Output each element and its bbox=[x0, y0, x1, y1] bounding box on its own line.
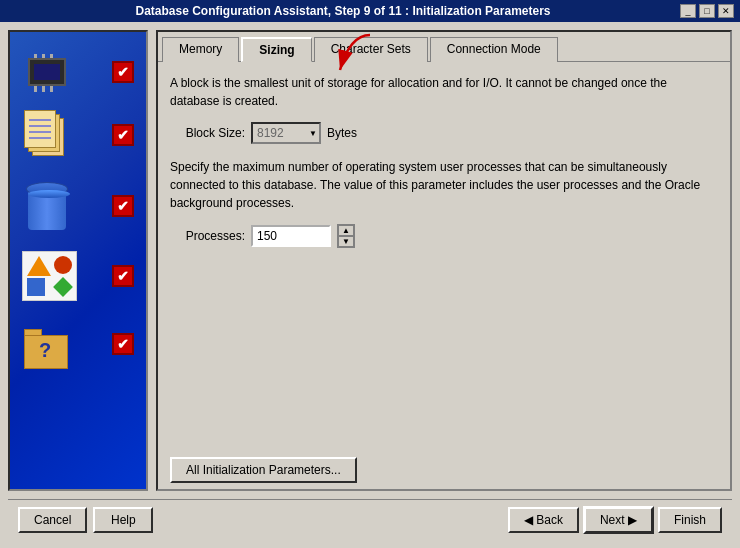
help-button[interactable]: Help bbox=[93, 507, 153, 533]
title-bar: Database Configuration Assistant, Step 9… bbox=[0, 0, 740, 22]
tab-character-sets[interactable]: Character Sets bbox=[314, 37, 428, 62]
next-button[interactable]: Next ▶ bbox=[583, 506, 654, 534]
tab-connection-mode[interactable]: Connection Mode bbox=[430, 37, 558, 62]
processes-row: Processes: ▲ ▼ bbox=[170, 224, 718, 248]
left-buttons: Cancel Help bbox=[18, 507, 153, 533]
processes-spinner[interactable]: ▲ ▼ bbox=[337, 224, 355, 248]
cancel-button[interactable]: Cancel bbox=[18, 507, 87, 533]
all-init-params-button[interactable]: All Initialization Parameters... bbox=[170, 457, 357, 483]
block-size-select[interactable]: 8192 4096 16384 32768 bbox=[251, 122, 321, 144]
block-size-dropdown[interactable]: 8192 4096 16384 32768 bbox=[251, 122, 321, 144]
checkmark-2: ✔ bbox=[112, 124, 134, 146]
right-panel: Memory Sizing Character Sets Connection … bbox=[156, 30, 732, 491]
back-arrow-icon: ◀ bbox=[524, 513, 536, 527]
title-bar-buttons[interactable]: _ □ ✕ bbox=[680, 4, 734, 18]
docs-icon-row: ✔ bbox=[20, 110, 136, 160]
checkmark-1: ✔ bbox=[112, 61, 134, 83]
all-params-container: All Initialization Parameters... bbox=[158, 457, 730, 489]
left-panel: ✔ ✔ bbox=[8, 30, 148, 491]
tab-content-sizing: A block is the smallest unit of storage … bbox=[158, 61, 730, 457]
chip-icon bbox=[20, 52, 75, 92]
checkmark-3: ✔ bbox=[112, 195, 134, 217]
title-bar-text: Database Configuration Assistant, Step 9… bbox=[6, 4, 680, 18]
docs-icon bbox=[20, 110, 75, 160]
block-size-unit: Bytes bbox=[327, 126, 357, 140]
block-size-description: A block is the smallest unit of storage … bbox=[170, 74, 718, 110]
back-button[interactable]: ◀ Back bbox=[508, 507, 579, 533]
tab-memory[interactable]: Memory bbox=[162, 37, 239, 62]
db-icon bbox=[20, 178, 75, 233]
folder-icon: ? bbox=[20, 319, 75, 369]
bottom-bar: Cancel Help ◀ Back Next ▶ Finish bbox=[8, 499, 732, 540]
maximize-button[interactable]: □ bbox=[699, 4, 715, 18]
spinner-down[interactable]: ▼ bbox=[338, 236, 354, 247]
chip-icon-row: ✔ bbox=[20, 52, 136, 92]
tabs-container: Memory Sizing Character Sets Connection … bbox=[158, 32, 730, 61]
block-size-label: Block Size: bbox=[170, 126, 245, 140]
block-size-row: Block Size: 8192 4096 16384 32768 Bytes bbox=[170, 122, 718, 144]
spinner-up[interactable]: ▲ bbox=[338, 225, 354, 236]
processes-input[interactable] bbox=[251, 225, 331, 247]
folder-icon-row: ? ✔ bbox=[20, 319, 136, 369]
minimize-button[interactable]: _ bbox=[680, 4, 696, 18]
next-arrow-icon: ▶ bbox=[625, 513, 637, 527]
shapes-icon-row: ✔ bbox=[20, 251, 136, 301]
checkmark-4: ✔ bbox=[112, 265, 134, 287]
content-area: ✔ ✔ bbox=[8, 30, 732, 491]
finish-button[interactable]: Finish bbox=[658, 507, 722, 533]
processes-label: Processes: bbox=[170, 229, 245, 243]
db-icon-row: ✔ bbox=[20, 178, 136, 233]
dialog: ✔ ✔ bbox=[0, 22, 740, 548]
processes-description: Specify the maximum number of operating … bbox=[170, 158, 718, 212]
checkmark-5: ✔ bbox=[112, 333, 134, 355]
close-button[interactable]: ✕ bbox=[718, 4, 734, 18]
nav-buttons: ◀ Back Next ▶ Finish bbox=[508, 506, 722, 534]
tab-sizing[interactable]: Sizing bbox=[241, 37, 311, 62]
left-panel-icons: ✔ ✔ bbox=[10, 42, 146, 379]
shapes-icon bbox=[22, 251, 77, 301]
